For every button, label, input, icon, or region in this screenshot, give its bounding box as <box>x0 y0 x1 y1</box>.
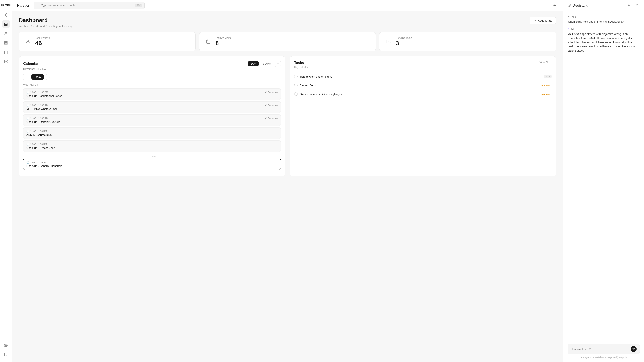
stat-icon-patients <box>24 38 32 45</box>
view-day-button[interactable]: Day <box>248 61 258 66</box>
sidebar-item-settings[interactable] <box>2 341 10 349</box>
check-circle-icon: ✓ <box>265 91 267 94</box>
calendar-today-button[interactable]: Today <box>31 74 44 80</box>
dashboard-title-block: Dashboard You have 8 visits and 3 pendin… <box>19 17 73 28</box>
tasks-priority-label: High priority <box>294 66 552 69</box>
history-icon <box>568 4 571 8</box>
stat-info-pending: Pending Tasks 3 <box>396 37 412 47</box>
assistant-disclaimer: AI may make mistakes, always verify outp… <box>568 356 640 358</box>
sidebar-item-logout[interactable] <box>2 351 10 358</box>
app-logo: Harebu <box>1 4 11 7</box>
search-input[interactable] <box>41 4 134 7</box>
assistant-messages: You When is my next appointment with Ale… <box>563 11 644 340</box>
svg-point-26 <box>568 16 569 17</box>
stat-icon-pending <box>384 38 392 45</box>
calendar-subtitle: November 20, 2024 <box>23 68 281 71</box>
new-chat-button[interactable]: + <box>626 3 632 9</box>
stat-value-patients: 46 <box>35 40 50 47</box>
stat-label-pending: Pending Tasks <box>396 37 412 40</box>
task-badge-low: low <box>544 75 552 78</box>
svg-point-0 <box>5 32 6 34</box>
assistant-panel: Assistant + ✕ You When is my next appoin… <box>563 0 644 362</box>
assistant-send-button[interactable] <box>630 346 636 352</box>
topbar: Harebu ⌘K ✦ <box>12 0 563 11</box>
clock-icon: 🕙 <box>26 130 30 133</box>
assistant-header-left: Assistant <box>568 4 588 8</box>
sparkle-icon[interactable]: ✦ <box>551 2 558 9</box>
page-title: Dashboard <box>19 17 73 24</box>
svg-rect-5 <box>4 51 8 54</box>
event-status: ✓ Complete <box>265 91 278 94</box>
sidebar-item-home[interactable] <box>2 20 10 28</box>
dashboard-subtitle: You have 8 visits and 3 pending tasks to… <box>19 25 73 28</box>
event-time: 🕙 11:00 - 12:00 PM <box>26 117 48 120</box>
event-time: 🕙 11:00 - 1:00 PM <box>26 130 47 133</box>
sidebar-item-tasks[interactable] <box>2 58 10 65</box>
event-time: 🕙 12:00 - 1:00 PM <box>26 143 47 146</box>
dashboard: Dashboard You have 8 visits and 3 pendin… <box>12 11 563 362</box>
task-item: Include work eat left eight. low <box>294 72 552 81</box>
event-item: 🕙 12:00 - 1:00 PM Checkup - Ernest Chan <box>23 140 281 152</box>
calendar-day-label: Wed, Nov 20 <box>23 83 281 86</box>
event-title: Checkup - Sandra Buchanan <box>26 164 278 167</box>
event-item-highlighted: 🕙 2:00 - 3:00 PM Checkup - Sandra Buchan… <box>23 159 281 170</box>
search-bar[interactable]: ⌘K <box>34 2 144 9</box>
event-title: ADMIN: Source blue. <box>26 133 278 136</box>
clock-icon: 🕙 <box>26 104 30 107</box>
task-radio[interactable] <box>294 92 298 96</box>
sidebar-item-reports[interactable] <box>2 67 10 75</box>
task-badge-medium: medium <box>538 84 552 87</box>
view-3days-button[interactable]: 3 Days <box>260 61 274 66</box>
calendar-card-header: Calendar Day 3 Days <box>23 61 281 67</box>
clock-icon: 🕙 <box>26 143 30 146</box>
calendar-nav: ‹ Today › <box>23 74 281 80</box>
topbar-logo: Harebu <box>17 4 29 8</box>
sidebar-item-grid[interactable] <box>2 39 10 47</box>
lower-row: Calendar Day 3 Days November 20, 2024 ‹ <box>19 56 556 176</box>
ai-sparkle-icon: ✦ <box>568 27 570 31</box>
search-shortcut: ⌘K <box>136 4 142 7</box>
message-sender-user: You <box>568 15 640 19</box>
clock-icon: 🕙 <box>26 117 30 120</box>
calendar-grid-icon[interactable] <box>275 61 281 67</box>
view-all-link[interactable]: View All → <box>540 61 552 64</box>
sidebar-item-collapse[interactable]: ❮ <box>2 11 10 19</box>
task-text: Student factor. <box>300 84 536 87</box>
user-message: You When is my next appointment with Ale… <box>568 15 640 24</box>
event-item: 🕙 10:00 - 11:00 AM ✓ Complete Checkup - … <box>23 88 281 100</box>
event-title: Checkup - Donald Guerrero <box>26 120 278 123</box>
event-time: 🕙 10:00 - 12:00 PM <box>26 104 48 107</box>
check-circle-icon: ✓ <box>265 104 267 107</box>
calendar-prev-button[interactable]: ‹ <box>23 74 29 80</box>
ai-sender: ✦ AI <box>568 27 640 31</box>
task-radio[interactable] <box>294 84 298 87</box>
stat-value-visits: 8 <box>216 40 231 47</box>
assistant-input[interactable] <box>571 347 628 351</box>
svg-rect-21 <box>277 63 279 65</box>
dashboard-header: Dashboard You have 8 visits and 3 pendin… <box>19 17 556 28</box>
calendar-view-buttons: Day 3 Days <box>248 61 281 67</box>
calendar-next-button[interactable]: › <box>46 74 52 80</box>
task-text: Owner human decision tough agent. <box>300 93 536 96</box>
clock-icon: 🕙 <box>26 91 30 94</box>
assistant-input-row <box>568 344 640 354</box>
event-time: 🕙 10:00 - 11:00 AM <box>26 91 48 94</box>
sidebar-item-patients[interactable] <box>2 30 10 37</box>
stat-label-visits: Today's Visits <box>216 37 231 40</box>
assistant-header: Assistant + ✕ <box>563 0 644 11</box>
sidebar-item-calendar[interactable] <box>2 48 10 56</box>
event-item: 🕙 11:00 - 1:00 PM ADMIN: Source blue. <box>23 127 281 139</box>
close-assistant-button[interactable]: ✕ <box>634 3 640 9</box>
user-message-text: When is my next appointment with Alejand… <box>568 20 640 24</box>
calendar-gap-label: 1h gap <box>23 153 281 159</box>
stat-card-pending: Pending Tasks 3 <box>379 32 556 51</box>
sidebar: Harebu ❮ <box>0 0 12 362</box>
task-radio[interactable] <box>294 75 298 78</box>
stat-icon-visits <box>204 38 212 45</box>
regenerate-button[interactable]: ↻ Regenerate <box>530 17 556 24</box>
stat-value-pending: 3 <box>396 40 412 47</box>
assistant-title: Assistant <box>573 4 588 7</box>
svg-rect-17 <box>206 40 210 44</box>
event-item: 🕙 11:00 - 12:00 PM ✓ Complete Checkup - … <box>23 114 281 126</box>
stat-info-patients: Total Patients 46 <box>35 37 50 47</box>
